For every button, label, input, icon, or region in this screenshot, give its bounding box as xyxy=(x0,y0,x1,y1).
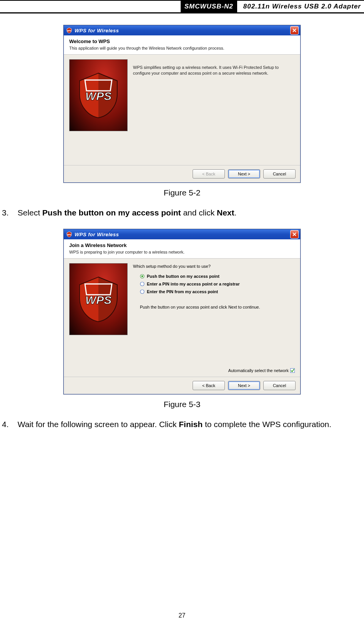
option-label: Push the button on my access point xyxy=(147,274,219,279)
close-icon xyxy=(293,28,296,32)
step-num: 3. xyxy=(2,208,9,217)
svg-text:WPS: WPS xyxy=(85,294,111,306)
checkbox-checked-icon xyxy=(290,368,295,373)
svg-text:WPS: WPS xyxy=(85,90,111,102)
header-description: 802.11n Wireless USB 2.0 Adapter xyxy=(237,1,364,12)
titlebar-text: WPS for Wireless xyxy=(75,232,290,237)
svg-point-6 xyxy=(140,282,144,286)
radio-selected-icon xyxy=(140,274,145,279)
welcome-body-text: WPS simplifies setting up a wireless net… xyxy=(133,59,295,76)
titlebar[interactable]: WPS WPS for Wireless xyxy=(64,229,300,239)
option-enter-pin-ap[interactable]: Enter a PIN into my access point or a re… xyxy=(140,282,295,286)
page-number: 27 xyxy=(0,612,364,619)
dialog-footer: < Back Next > Cancel xyxy=(64,165,300,182)
next-button[interactable]: Next > xyxy=(228,381,260,390)
svg-text:WPS: WPS xyxy=(67,234,71,236)
wps-welcome-dialog: WPS WPS for Wireless Welcome to WPS This… xyxy=(63,25,301,183)
figure-caption-2: Figure 5-3 xyxy=(164,400,201,409)
instruction-text: Push the button on your access point and… xyxy=(140,305,295,309)
step-num: 4. xyxy=(2,420,9,429)
auto-select-row[interactable]: Automatically select the network xyxy=(228,368,295,373)
header-model: SMCWUSB-N2 xyxy=(181,1,237,12)
option-label: Enter the PIN from my access point xyxy=(147,289,218,294)
banner: Join a Wireless Network WPS is preparing… xyxy=(64,239,300,259)
wps-app-icon: WPS xyxy=(66,231,72,237)
close-button[interactable] xyxy=(290,26,299,35)
banner-title: Welcome to WPS xyxy=(69,38,295,44)
dialog-body: WPS Which setup method do you want to us… xyxy=(64,259,300,377)
wps-badge-image: WPS xyxy=(69,59,128,131)
wps-shield-icon: WPS xyxy=(77,72,120,119)
svg-point-7 xyxy=(140,290,144,294)
auto-select-label: Automatically select the network xyxy=(228,368,289,373)
radio-unselected-icon xyxy=(140,282,145,286)
wps-join-dialog: WPS WPS for Wireless Join a Wireless Net… xyxy=(63,229,301,394)
dialog-footer: < Back Next > Cancel xyxy=(64,377,300,394)
wps-shield-icon: WPS xyxy=(77,276,120,322)
svg-text:WPS: WPS xyxy=(67,30,71,32)
titlebar-text: WPS for Wireless xyxy=(75,28,290,33)
step-3-text: 3. Select Push the button on my access p… xyxy=(0,208,364,217)
banner-subtitle: This application will guide you through … xyxy=(69,46,295,50)
page-header: SMCWUSB-N2 802.11n Wireless USB 2.0 Adap… xyxy=(0,0,364,13)
svg-point-5 xyxy=(141,275,143,277)
back-button: < Back xyxy=(193,169,225,179)
figure-caption-1: Figure 5-2 xyxy=(164,188,201,197)
cancel-button[interactable]: Cancel xyxy=(263,381,296,390)
option-push-button[interactable]: Push the button on my access point xyxy=(140,274,295,279)
banner: Welcome to WPS This application will gui… xyxy=(64,35,300,55)
step-4-text: 4. Wait for the following screen to appe… xyxy=(0,420,364,429)
close-icon xyxy=(293,232,296,236)
wps-badge-image: WPS xyxy=(69,263,128,335)
banner-title: Join a Wireless Network xyxy=(69,242,295,248)
back-button[interactable]: < Back xyxy=(193,381,225,390)
setup-method-question: Which setup method do you want to use? xyxy=(133,264,295,269)
dialog-body: WPS WPS simplifies setting up a wireless… xyxy=(64,55,300,165)
cancel-button[interactable]: Cancel xyxy=(263,169,296,179)
titlebar[interactable]: WPS WPS for Wireless xyxy=(64,25,300,35)
banner-subtitle: WPS is preparing to join your computer t… xyxy=(69,250,295,254)
option-enter-pin-from-ap[interactable]: Enter the PIN from my access point xyxy=(140,289,295,294)
option-label: Enter a PIN into my access point or a re… xyxy=(147,282,239,286)
close-button[interactable] xyxy=(290,230,299,239)
wps-app-icon: WPS xyxy=(66,27,72,33)
next-button[interactable]: Next > xyxy=(228,169,260,179)
radio-unselected-icon xyxy=(140,289,145,294)
